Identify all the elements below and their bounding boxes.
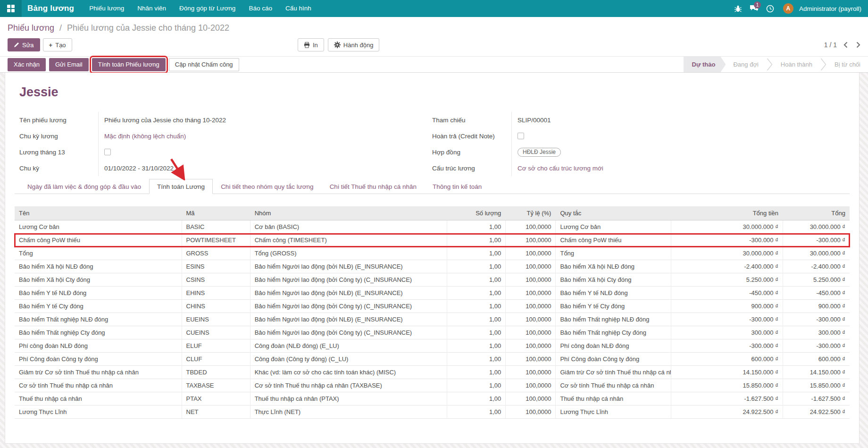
form-field-label: Tham chiếu [432, 112, 511, 128]
table-row[interactable]: Giảm trừ Cơ sở tính Thuế thu nhập cá nhâ… [15, 366, 850, 379]
tab[interactable]: Thông tin kế toán [425, 179, 490, 194]
table-row[interactable]: Phí công đoàn NLĐ đóngELUFCông đoàn (NLĐ… [15, 339, 850, 353]
table-row[interactable]: Bảo hiểm Y tế Cty đóngCHINSBảo hiểm Ngườ… [15, 300, 850, 313]
notebook: Ngày đã làm việc & đóng góp & đầu vàoTín… [15, 179, 850, 194]
navbar-menus: Phiếu lươngNhân viênĐóng góp từ LươngBáo… [83, 0, 318, 17]
navbar-menu-item[interactable]: Phiếu lương [83, 0, 131, 17]
table-cell: Bảo hiểm Thất nghiệp Cty đóng [15, 326, 182, 339]
table-header-cell[interactable]: Mã [182, 206, 250, 220]
status-pipeline: Dự thảoĐang đợiHoàn thànhBị từ chối [684, 57, 868, 72]
table-header-cell[interactable]: Nhóm [250, 206, 447, 220]
chevron-left-icon[interactable] [843, 42, 848, 48]
table-cell: EHINS [182, 287, 250, 300]
apps-grid-icon [7, 5, 15, 12]
control-panel-buttons: Sửa + Tạo In [8, 38, 860, 51]
user-avatar[interactable]: A [783, 3, 793, 14]
breadcrumb-current: Phiếu lương của Jessie cho tháng 10-2022 [67, 23, 229, 33]
table-cell: TAXBASE [182, 379, 250, 392]
table-header-cell[interactable]: Tên [15, 206, 182, 220]
statusbar-button[interactable]: Cập nhật Chấm công [169, 58, 239, 71]
statusbar-button[interactable]: Xác nhận [8, 58, 46, 71]
table-row[interactable]: Bảo hiểm Xã hội NLĐ đóngESINSBảo hiểm Ng… [15, 260, 850, 273]
table-cell: Bảo hiểm Người lao động (bởi Công ty) (C… [250, 300, 447, 313]
table-header-cell[interactable]: Số lượng [447, 206, 506, 220]
statusbar-button[interactable]: Tính toán Phiếu lương [92, 58, 166, 71]
breadcrumb-parent-link[interactable]: Phiếu lương [8, 23, 54, 33]
chevron-right-icon[interactable] [856, 42, 860, 48]
table-row[interactable]: Phí Công đoàn Công ty đóngCLUFCông đoàn … [15, 353, 850, 366]
pager-counter[interactable]: 1 / 1 [824, 41, 837, 49]
tab[interactable]: Ngày đã làm việc & đóng góp & đầu vào [19, 179, 149, 194]
table-cell: -450.000 ₫ [671, 287, 783, 300]
table-header-cell[interactable]: Tỷ lệ (%) [506, 206, 556, 220]
table-cell: EUEINS [182, 313, 250, 326]
table-cell: Bảo hiểm Y tế NLĐ đóng [556, 287, 671, 300]
pencil-icon [14, 42, 19, 48]
navbar-menu-item[interactable]: Nhân viên [131, 0, 173, 17]
field-link[interactable]: Mặc định (không lệch chuẩn) [104, 133, 186, 140]
table-row[interactable]: Bảo hiểm Y tế NLĐ đóngEHINSBảo hiểm Ngườ… [15, 287, 850, 300]
table-cell: Thuế thu nhập cá nhân [15, 392, 182, 406]
table-cell: 1,00 [447, 366, 506, 379]
form-field-value: Mặc định (không lệch chuẩn) [98, 128, 432, 144]
tab[interactable]: Tính toán Lương [149, 179, 213, 194]
statusbar: Xác nhậnGửi EmailTính toán Phiếu lươngCậ… [0, 57, 868, 73]
field-link[interactable]: Cơ sở cho cấu trúc lương mới [517, 165, 603, 172]
table-header-cell[interactable]: Quy tắc [556, 206, 671, 220]
statusbar-state[interactable]: Bị từ chối [827, 57, 868, 72]
table-cell: -300.000 ₫ [671, 234, 783, 247]
table-cell: 1,00 [447, 234, 506, 247]
table-row[interactable]: Bảo hiểm Thất nghiệp Cty đóngCUEINSBảo h… [15, 326, 850, 339]
statusbar-state[interactable]: Hoàn thành [773, 57, 820, 72]
table-cell: 100,0000 [506, 247, 556, 260]
statusbar-state[interactable]: Dự thảo [684, 57, 726, 72]
table-header-cell[interactable]: Tổng [783, 206, 850, 220]
table-cell: Công đoàn (NLĐ đóng) (E_LU) [250, 339, 447, 353]
user-menu[interactable]: Administrator (payroll) [795, 5, 861, 12]
table-cell: 100,0000 [506, 313, 556, 326]
app-brand[interactable]: Bảng lương [22, 4, 83, 13]
table-row[interactable]: Lương Thực LĩnhNETThực Lĩnh (NET)1,00100… [15, 406, 850, 419]
navbar-menu-item[interactable]: Báo cáo [242, 0, 279, 17]
field-checkbox[interactable] [517, 133, 524, 139]
field-checkbox[interactable] [104, 149, 111, 155]
content-background: Jessie Tên phiếu lươngPhiếu lương của Je… [0, 73, 868, 448]
navbar-menu-item[interactable]: Đóng góp từ Lương [173, 0, 242, 17]
activities-button[interactable] [763, 0, 777, 17]
table-row[interactable]: Bảo hiểm Thất nghiệp NLĐ đóngEUEINSBảo h… [15, 313, 850, 326]
tab[interactable]: Chi tiết Thuế thu nhập cá nhân [322, 179, 425, 194]
table-cell: 1,00 [447, 300, 506, 313]
table-row[interactable]: Lương Cơ bảnBASICCơ bản (BASIC)1,00100,0… [15, 220, 850, 234]
debug-bug-icon[interactable] [731, 0, 745, 17]
apps-menu-button[interactable] [0, 0, 22, 17]
table-cell: 1,00 [447, 260, 506, 273]
tab[interactable]: Chi tiết theo nhóm quy tắc lương [213, 179, 322, 194]
print-button[interactable]: In [298, 38, 324, 51]
table-row[interactable]: TổngGROSSTổng (GROSS)1,00100,0000Tổng30.… [15, 247, 850, 260]
table-cell: Tổng [556, 247, 671, 260]
action-button[interactable]: Hành động [328, 38, 380, 51]
table-row[interactable]: Thuế thu nhập cá nhânPTAXThuế thu nhập c… [15, 392, 850, 406]
table-header-cell[interactable]: Tổng tiền [671, 206, 783, 220]
table-cell: Bảo hiểm Thất nghiệp NLĐ đóng [556, 313, 671, 326]
table-row[interactable]: Chấm công PoW thiếuPOWTIMESHEETChấm công… [15, 234, 850, 247]
table-cell: Bảo hiểm Người lao động (bởi NLĐ) (E_INS… [250, 313, 447, 326]
table-cell: 300.000 ₫ [671, 326, 783, 339]
edit-button[interactable]: Sửa [8, 38, 40, 51]
table-cell: 100,0000 [506, 326, 556, 339]
table-row[interactable]: Cơ sở tính Thuế thu nhập cá nhânTAXBASEC… [15, 379, 850, 392]
table-row[interactable]: Bảo hiểm Xã hội Cty đóngCSINSBảo hiểm Ng… [15, 273, 850, 287]
table-cell: 1,00 [447, 339, 506, 353]
navbar-menu-item[interactable]: Cấu hình [279, 0, 318, 17]
statusbar-button[interactable]: Gửi Email [49, 58, 89, 71]
messages-button[interactable]: 1 [747, 0, 761, 17]
statusbar-state[interactable]: Đang đợi [726, 57, 766, 72]
create-button[interactable]: + Tạo [43, 38, 72, 51]
field-badge[interactable]: HĐLĐ Jessie [517, 148, 561, 157]
table-cell: 15.850.000 ₫ [671, 379, 783, 392]
table-cell: Thuế thu nhập cá nhân [556, 392, 671, 406]
table-cell: Bảo hiểm Xã hội NLĐ đóng [556, 260, 671, 273]
form-field-groups: Tên phiếu lươngPhiếu lương của Jessie ch… [15, 112, 850, 176]
table-cell: Bảo hiểm Người lao động (bởi Công ty) (C… [250, 273, 447, 287]
table-cell: -2.400.000 ₫ [783, 260, 850, 273]
